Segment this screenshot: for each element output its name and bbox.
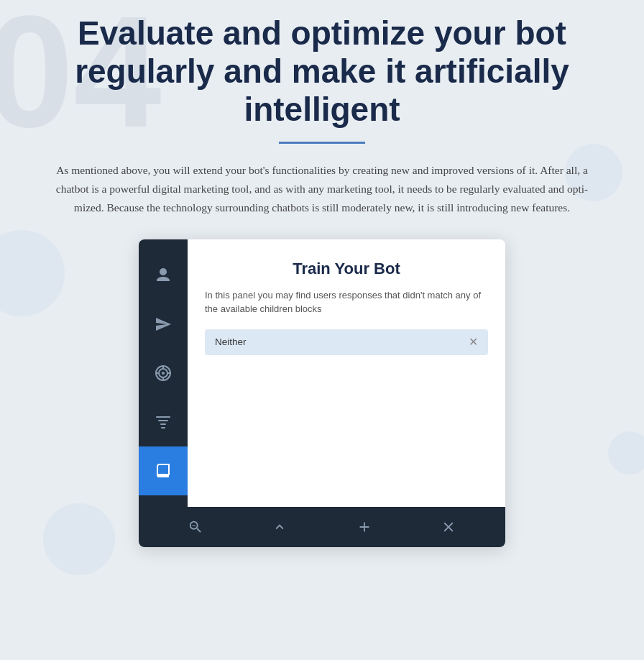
zoom-out-button[interactable] — [183, 514, 208, 540]
add-button[interactable] — [351, 514, 377, 540]
sidebar-icon-list[interactable] — [139, 398, 188, 446]
close-button[interactable] — [436, 514, 461, 540]
sidebar-icon-target[interactable] — [139, 349, 188, 398]
chatbot-mockup: Train Your Bot In this panel you may fin… — [139, 239, 505, 547]
chatbot-toolbar — [139, 507, 505, 547]
heading-underline — [279, 142, 365, 144]
svg-point-1 — [165, 272, 167, 273]
sidebar-icon-bot[interactable] — [139, 251, 188, 300]
response-tag-text: Neither — [215, 336, 247, 347]
sidebar-icon-book[interactable] — [139, 446, 188, 495]
chatbot-panel: Train Your Bot In this panel you may fin… — [188, 239, 505, 507]
up-button[interactable] — [267, 514, 293, 540]
panel-title: Train Your Bot — [205, 260, 488, 278]
response-tag[interactable]: Neither ✕ — [205, 329, 488, 355]
svg-point-0 — [160, 272, 161, 273]
chatbot-main-area: Train Your Bot In this panel you may fin… — [139, 239, 505, 507]
chatbot-sidebar — [139, 239, 188, 507]
svg-point-4 — [162, 372, 165, 375]
page-description: As mentioned above, you will extend your… — [49, 161, 595, 218]
sidebar-icon-send[interactable] — [139, 300, 188, 349]
page-heading: Train Your Bot Evaluate and optimize you… — [75, 14, 569, 129]
response-tag-close-button[interactable]: ✕ — [469, 336, 478, 348]
panel-description: In this panel you may find users respons… — [205, 288, 488, 316]
